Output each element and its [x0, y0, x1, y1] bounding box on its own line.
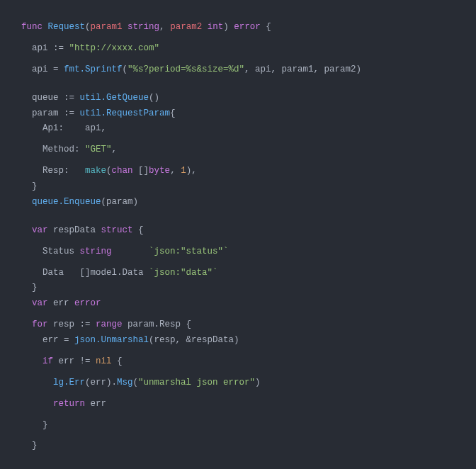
code-line: var respData struct { [21, 223, 455, 239]
code-line: } [21, 281, 455, 296]
code-line: for resp := range param.Resp { [21, 317, 455, 333]
code-line: func Request(param1 string, param2 int) … [21, 20, 455, 35]
type-error: error [74, 298, 101, 308]
type: string [80, 247, 112, 256]
code-line: } [21, 179, 455, 195]
keyword-return: return [53, 399, 85, 409]
type: model.Data [91, 268, 149, 278]
keyword-chan: chan [112, 166, 133, 176]
keyword-struct: struct [101, 225, 133, 235]
code-line: if err != nil { [21, 354, 455, 370]
keyword-var: var [32, 225, 48, 235]
function-name: Request [48, 22, 86, 32]
code-line: queue := util.GetQueue() [21, 91, 455, 106]
var: param [32, 108, 59, 118]
return-type: error [234, 22, 261, 32]
number: 1 [181, 166, 186, 176]
code-line: Data []model.Data `json:"data"` [21, 266, 455, 281]
code-line: queue.Enqueue(param) [21, 195, 455, 210]
keyword-range: range [96, 320, 123, 329]
struct-tag: `json:"status"` [149, 247, 229, 256]
string-literal: "GET" [85, 145, 112, 154]
struct-key: Resp: [42, 166, 69, 176]
function-call: lg.Err [53, 378, 85, 388]
code-line: return err [21, 397, 455, 412]
struct-key: Method: [42, 145, 80, 154]
param: param2 [170, 22, 202, 32]
builtin-make: make [85, 166, 106, 176]
type: int [208, 22, 224, 32]
code-line: Api: api, [21, 121, 455, 137]
code-line: Status string `json:"status"` [21, 244, 455, 260]
struct-field: Data [42, 268, 80, 278]
type-name: util.RequestParam [80, 108, 171, 118]
code-line: param := util.RequestParam{ [21, 106, 455, 122]
string-literal: "http://xxxx.com" [69, 43, 160, 53]
keyword-var: var [32, 298, 48, 308]
keyword-func: func [21, 22, 42, 32]
param: param1 [91, 22, 123, 32]
function-call: fmt.Sprintf [64, 64, 123, 74]
function-call: util.GetQueue [80, 93, 149, 103]
struct-field: Status [42, 247, 80, 256]
var: api [32, 43, 48, 53]
struct-tag: `json:"data"` [149, 268, 218, 278]
code-line: err = json.Unmarshal(resp, &respData) [21, 333, 455, 349]
function-call: json.Unmarshal [74, 335, 149, 345]
function-call: queue.Enqueue [32, 197, 101, 207]
code-line: Method: "GET", [21, 142, 455, 158]
code-line: api = fmt.Sprintf("%s?period=%s&size=%d"… [21, 62, 455, 78]
keyword-for: for [32, 320, 48, 329]
function-call: Msg [117, 378, 133, 388]
nil-literal: nil [96, 356, 112, 366]
string-literal: "unmarshal json error" [138, 378, 255, 388]
code-line: } [21, 418, 455, 434]
keyword-if: if [42, 356, 53, 366]
code-block: func Request(param1 string, param2 int) … [21, 20, 455, 469]
code-line: api := "http://xxxx.com" [21, 41, 455, 57]
code-line: Resp: make(chan []byte, 1), [21, 164, 455, 179]
code-line: var err error [21, 296, 455, 312]
var: queue [32, 93, 59, 103]
code-line: lg.Err(err).Msg("unmarshal json error") [21, 375, 455, 391]
code-line: } [21, 439, 455, 454]
string-literal: "%s?period=%s&size=%d" [128, 64, 244, 74]
type: string [128, 22, 159, 32]
type-byte: byte [149, 166, 170, 176]
struct-key: Api: [42, 123, 64, 133]
